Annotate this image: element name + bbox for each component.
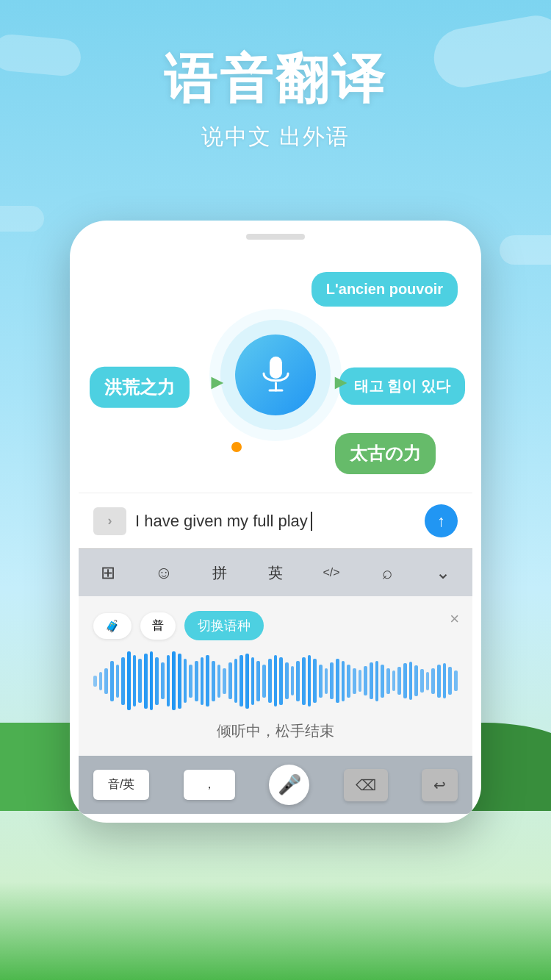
wave-bar (167, 655, 170, 707)
input-area: › I have given my full play ↑ (79, 493, 472, 548)
waveform (93, 651, 458, 710)
wave-bar (256, 661, 260, 701)
bubble-japanese: 太古の力 (335, 433, 436, 474)
return-key[interactable]: ↩ (422, 769, 458, 801)
wave-bar (443, 663, 447, 698)
mic-button[interactable] (235, 335, 316, 415)
wave-bar (375, 661, 379, 701)
phone-frame: 洪荒之力 ► ► L'ancien pouvoir (70, 221, 481, 823)
arrow-right: ► (331, 371, 351, 394)
english-button[interactable]: 英 (261, 558, 290, 587)
delete-key[interactable]: ⌫ (344, 769, 388, 801)
keyboard-mic-button[interactable]: 🎤 (269, 765, 309, 805)
chevron-down-icon: ⌄ (436, 562, 450, 583)
wave-bar (353, 668, 356, 694)
keyboard-bottom: 音/英 ， 🎤 ⌫ ↩ (79, 756, 472, 814)
send-button[interactable]: ↑ (425, 504, 458, 537)
wave-bar (195, 661, 198, 701)
wave-bar (234, 659, 238, 703)
bubble-chinese: 洪荒之力 (90, 367, 190, 408)
wave-bar (172, 651, 176, 710)
orange-dot (231, 442, 242, 452)
wave-bar (274, 655, 278, 707)
wave-bar (212, 661, 215, 701)
wave-bar (223, 668, 226, 694)
bubble-korean: 태고 힘이 있다 (339, 368, 465, 405)
pinyin-button[interactable]: 拼 (205, 558, 234, 587)
voice-top-row: 🧳 普 切换语种 (93, 611, 458, 640)
delete-icon: ⌫ (356, 777, 376, 793)
wave-bar (330, 662, 334, 699)
grid-button[interactable]: ⊞ (93, 558, 123, 587)
wave-bar (262, 665, 266, 698)
input-text: I have given my full play (135, 512, 308, 531)
expand-button[interactable]: › (93, 507, 126, 535)
standard-label: 普 (152, 618, 164, 634)
voice-input-area: 🧳 普 切换语种 × 倾听中，松手结束 (79, 596, 472, 756)
wave-bar (104, 668, 108, 694)
more-button[interactable]: ⌄ (428, 558, 458, 587)
close-button[interactable]: × (450, 609, 459, 629)
wave-bar (268, 659, 272, 703)
listening-status: 倾听中，松手结束 (93, 721, 458, 741)
phone-mockup: 洪荒之力 ► ► L'ancien pouvoir (70, 221, 481, 823)
search-button[interactable]: ⌕ (372, 558, 402, 587)
cloud-decoration-mid-left (0, 206, 44, 232)
return-icon: ↩ (433, 777, 446, 793)
wave-bar (342, 661, 345, 701)
wave-bar (138, 659, 142, 703)
standard-badge[interactable]: 普 (140, 612, 176, 640)
bubble-french: L'ancien pouvoir (311, 272, 458, 307)
search-icon: ⌕ (382, 562, 392, 583)
header-area: 语音翻译 说中文 出外语 (0, 44, 551, 152)
switch-language-button[interactable]: 切换语种 (184, 611, 264, 640)
grid-icon: ⊞ (101, 562, 115, 583)
chat-area: 洪荒之力 ► ► L'ancien pouvoir (79, 257, 472, 493)
code-button[interactable]: </> (317, 558, 346, 587)
wave-bar (426, 672, 430, 690)
wave-bar (325, 668, 328, 694)
keyboard-toolbar: ⊞ ☺ 拼 英 </> ⌕ ⌄ (79, 548, 472, 596)
wave-bar (370, 662, 373, 699)
dialect-badge[interactable]: 🧳 (93, 613, 132, 639)
keyboard-mic-icon: 🎤 (278, 773, 301, 796)
wave-bar (437, 665, 441, 698)
wave-bar (217, 665, 221, 698)
wave-bar (201, 657, 204, 705)
wave-bar (144, 654, 148, 709)
wave-bar (110, 661, 114, 701)
page-subtitle: 说中文 出外语 (0, 122, 551, 152)
arrow-left: ► (207, 371, 228, 394)
wave-bar (121, 657, 125, 705)
code-icon: </> (323, 566, 339, 579)
wave-bar (302, 657, 306, 705)
wave-bar (414, 665, 418, 696)
wave-bar (364, 666, 367, 695)
wave-bar (431, 668, 435, 694)
emoji-button[interactable]: ☺ (149, 558, 179, 587)
wave-bar (386, 668, 390, 694)
wave-bar (454, 670, 458, 691)
text-input[interactable]: I have given my full play (135, 512, 416, 531)
wave-bar (189, 665, 192, 698)
wave-bar (308, 655, 311, 707)
wave-bar (381, 665, 384, 698)
wave-bar (155, 657, 159, 705)
sound-english-key[interactable]: 音/英 (93, 770, 149, 800)
briefcase-icon: 🧳 (105, 619, 120, 633)
wave-bar (127, 651, 131, 710)
wave-bar (296, 661, 300, 701)
wave-bar (359, 670, 362, 692)
wave-bar (133, 655, 137, 707)
wave-bar (291, 666, 295, 695)
wave-bar (403, 663, 407, 698)
punctuation-key[interactable]: ， (184, 770, 235, 800)
wave-bar (161, 662, 165, 699)
wave-bar (285, 662, 289, 699)
wave-bar (392, 670, 396, 691)
wave-bar (178, 654, 181, 709)
wave-bar (184, 659, 187, 703)
mic-icon (259, 355, 292, 396)
phone-speaker (246, 234, 305, 240)
phone-screen: 洪荒之力 ► ► L'ancien pouvoir (79, 257, 472, 814)
